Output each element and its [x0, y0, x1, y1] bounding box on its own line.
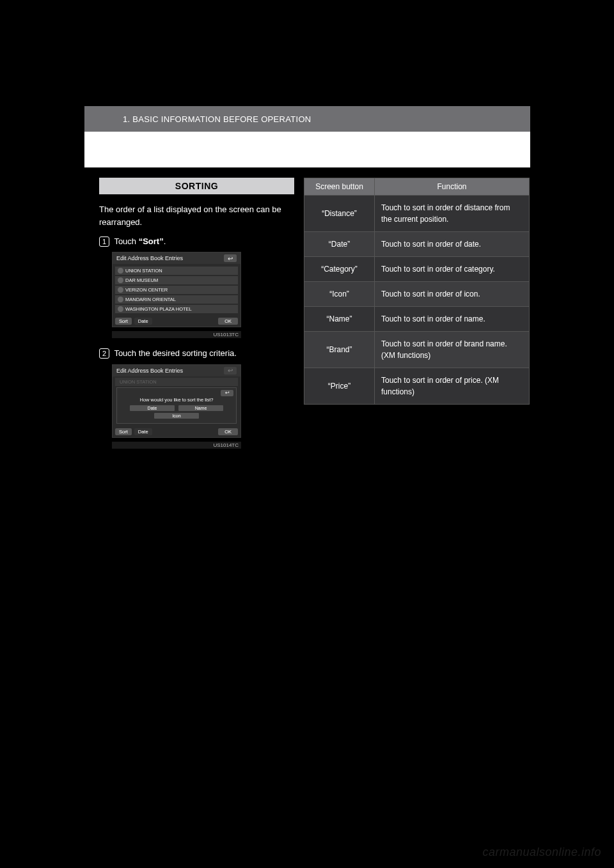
table-header-row: Screen button Function — [304, 178, 530, 196]
screenshot2-code: US1014TC — [112, 442, 241, 449]
cell-label: “Icon” — [304, 282, 375, 307]
sort-option-date[interactable]: Date — [130, 405, 175, 411]
back-icon[interactable]: ↩ — [224, 254, 237, 262]
step-2: 2 Touch the desired sorting criteria. — [99, 347, 294, 360]
sorting-intro-text: The order of a list displayed on the scr… — [99, 203, 294, 229]
list-item-label: VERIZON CENTER — [125, 287, 168, 293]
screenshot2-titlebar: Edit Address Book Entries ↩ — [113, 365, 240, 376]
watermark: carmanualsonline.info — [482, 846, 601, 859]
right-column: Screen button Function “Distance”Touch t… — [304, 178, 530, 405]
sort-options-table: Screen button Function “Distance”Touch t… — [304, 178, 530, 405]
table-row: “Category”Touch to sort in order of cate… — [304, 257, 530, 282]
cell-label: “Distance” — [304, 196, 375, 232]
list-item[interactable]: VERIZON CENTER — [115, 286, 238, 294]
sorting-heading: SORTING — [99, 178, 294, 194]
back-icon[interactable]: ↩ — [221, 390, 233, 396]
list-item-label: UNION STATION — [125, 268, 162, 274]
header-grey-bar: 1. BASIC INFORMATION BEFORE OPERATION — [84, 106, 530, 132]
list-item[interactable]: WASHINGTON PLAZA HOTEL — [115, 305, 238, 313]
sort-option-name[interactable]: Name — [178, 405, 223, 411]
sort-dialog-title: How would you like to sort the list? — [120, 397, 233, 403]
screenshot2-title: Edit Address Book Entries — [116, 368, 183, 374]
ok-button[interactable]: OK — [218, 318, 238, 325]
poi-icon — [118, 297, 123, 302]
poi-icon — [118, 306, 123, 312]
table-header-button: Screen button — [304, 178, 375, 196]
header-band: 1. BASIC INFORMATION BEFORE OPERATION — [84, 106, 530, 167]
cell-desc: Touch to sort in order of distance from … — [375, 196, 530, 232]
screenshot2-bottom-bar: Sort Date OK — [113, 426, 240, 437]
step-1: 1 Touch “Sort”. — [99, 235, 294, 248]
list-item-dimmed: UNION STATION — [115, 378, 238, 386]
cell-label: “Name” — [304, 307, 375, 332]
table-row: “Price”Touch to sort in order of price. … — [304, 368, 530, 405]
table-row: “Distance”Touch to sort in order of dist… — [304, 196, 530, 232]
list-item-label: UNION STATION — [120, 379, 157, 385]
poi-icon — [118, 287, 123, 293]
sort-mode-label: Date — [134, 428, 152, 435]
screenshot1-code: US1013TC — [112, 331, 241, 338]
list-item-label: DAR MUSEUM — [125, 277, 158, 283]
list-item[interactable]: UNION STATION — [115, 267, 238, 275]
table-row: “Icon”Touch to sort in order of icon. — [304, 282, 530, 307]
ok-button[interactable]: OK — [218, 428, 238, 435]
cell-desc: Touch to sort in order of price. (XM fun… — [375, 368, 530, 405]
table-row: “Name”Touch to sort in order of name. — [304, 307, 530, 332]
cell-label: “Price” — [304, 368, 375, 405]
screenshot1-titlebar: Edit Address Book Entries ↩ — [113, 252, 240, 264]
cell-label: “Brand” — [304, 332, 375, 368]
sort-option-icon[interactable]: Icon — [154, 413, 199, 419]
cell-label: “Date” — [304, 232, 375, 257]
screenshot1-title: Edit Address Book Entries — [116, 255, 183, 261]
list-item-label: MANDARIN ORIENTAL — [125, 297, 176, 302]
table-row: “Date”Touch to sort in order of date. — [304, 232, 530, 257]
step2-text: Touch the desired sorting criteria. — [114, 348, 236, 358]
list-item[interactable]: DAR MUSEUM — [115, 276, 238, 284]
page: 1. BASIC INFORMATION BEFORE OPERATION SO… — [0, 0, 614, 868]
back-icon: ↩ — [224, 367, 237, 375]
cell-desc: Touch to sort in order of icon. — [375, 282, 530, 307]
list-item[interactable]: MANDARIN ORIENTAL — [115, 295, 238, 304]
step1-button-label: “Sort” — [139, 236, 164, 246]
cell-label: “Category” — [304, 257, 375, 282]
sort-button[interactable]: Sort — [115, 318, 132, 325]
sort-button[interactable]: Sort — [115, 428, 132, 435]
table-header-function: Function — [375, 178, 530, 196]
poi-icon — [118, 268, 123, 274]
screenshot-address-book: Edit Address Book Entries ↩ UNION STATIO… — [112, 252, 241, 327]
screenshot1-list: UNION STATION DAR MUSEUM VERIZON CENTER … — [113, 264, 240, 316]
table-row: “Brand”Touch to sort in order of brand n… — [304, 332, 530, 368]
sort-dialog: ↩ How would you like to sort the list? D… — [116, 387, 237, 424]
section-title: 1. BASIC INFORMATION BEFORE OPERATION — [123, 114, 311, 124]
screenshot1-bottom-bar: Sort Date OK — [113, 316, 240, 327]
screenshot-sort-dialog: Edit Address Book Entries ↩ UNION STATIO… — [112, 364, 241, 438]
step1-suffix: . — [164, 236, 166, 246]
header-white-bar — [84, 132, 530, 167]
cell-desc: Touch to sort in order of name. — [375, 307, 530, 332]
cell-desc: Touch to sort in order of category. — [375, 257, 530, 282]
cell-desc: Touch to sort in order of brand name. (X… — [375, 332, 530, 368]
cell-desc: Touch to sort in order of date. — [375, 232, 530, 257]
step-number-icon: 1 — [99, 236, 109, 247]
left-column: SORTING The order of a list displayed on… — [99, 178, 294, 449]
step1-prefix: Touch — [114, 236, 138, 246]
step-number-icon: 2 — [99, 348, 109, 359]
poi-icon — [118, 277, 123, 283]
sort-mode-label: Date — [134, 318, 152, 325]
list-item-label: WASHINGTON PLAZA HOTEL — [125, 306, 192, 312]
